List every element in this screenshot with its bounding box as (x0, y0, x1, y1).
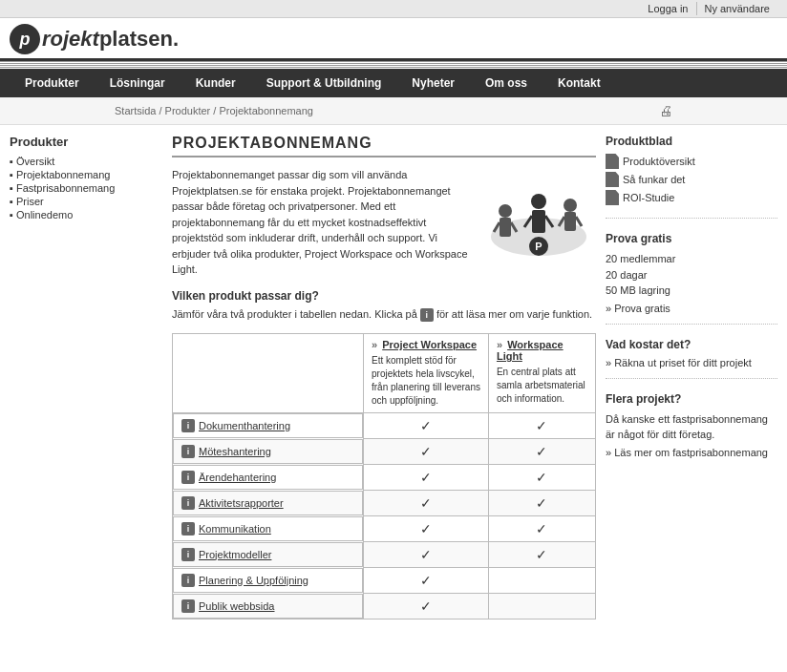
feature-pw-cell: ✓ (364, 542, 489, 568)
product1-link[interactable]: Project Workspace (382, 339, 477, 350)
info-icon[interactable]: i (181, 599, 195, 613)
doc-icon-1 (606, 154, 619, 169)
feature-wl-cell: ✓ (488, 439, 595, 465)
feature-row: iPublik webbsida✓ (173, 594, 596, 620)
header: p rojektplatsen. (0, 18, 787, 61)
product1-desc: Ett komplett stöd för projektets hela li… (372, 354, 480, 408)
nav-om-oss[interactable]: Om oss (470, 69, 542, 97)
feature-link[interactable]: Publik webbsida (199, 600, 275, 612)
produktblad-title: Produktblad (606, 135, 777, 148)
feature-link[interactable]: Dokumenthantering (199, 420, 290, 431)
feature-pw-cell: ✓ (364, 594, 489, 620)
feature-wl-cell (488, 594, 595, 620)
feature-link[interactable]: Kommunikation (199, 523, 271, 535)
sidebar-item-fastprisabonnemang[interactable]: Fastprisabonnemang (10, 181, 153, 195)
product1-header: » Project Workspace Ett komplett stöd fö… (364, 334, 489, 413)
produktblad-item-2: Så funkar det (606, 172, 777, 187)
nav-losningar[interactable]: Lösningar (95, 69, 181, 97)
main-nav: Produkter Lösningar Kunder Support & Utb… (0, 69, 787, 97)
sidebar-nav: Översikt Projektabonnemang Fastprisabonn… (10, 155, 153, 221)
product2-header: » Workspace Light En central plats att s… (488, 334, 595, 413)
svg-line-8 (576, 217, 582, 226)
feature-row: iDokumenthantering✓✓ (173, 413, 596, 439)
intro-paragraph: Projektabonnemanget passar dig som vill … (172, 167, 472, 278)
feature-link[interactable]: Planering & Uppföljning (199, 575, 308, 586)
feature-name-cell: iMöteshantering (173, 439, 363, 464)
feature-pw-cell: ✓ (364, 465, 489, 491)
nav-kunder[interactable]: Kunder (181, 69, 251, 97)
feature-wl-cell: ✓ (488, 491, 595, 516)
feature-name-cell: iDokumenthantering (173, 413, 363, 438)
info-icon[interactable]: i (181, 548, 195, 561)
feature-wl-cell: ✓ (488, 516, 595, 542)
produktblad-item-3: ROI-Studie (606, 190, 777, 205)
prova-gratis-link[interactable]: » Prova gratis (606, 303, 777, 314)
sidebar-item-onlinedemo[interactable]: Onlinedemo (10, 208, 153, 221)
info-icon[interactable]: i (181, 574, 195, 587)
svg-point-1 (499, 204, 512, 218)
produktoversikt-link[interactable]: Produktöversikt (623, 156, 695, 167)
feature-name-cell: iPublik webbsida (173, 594, 363, 619)
section-desc: Jämför våra två produkter i tabellen ned… (172, 306, 596, 323)
feature-pw-cell: ✓ (364, 491, 489, 516)
sa-funkar-det-link[interactable]: Så funkar det (623, 174, 685, 185)
svg-point-5 (564, 199, 577, 212)
feature-pw-cell: ✓ (364, 413, 489, 439)
nav-kontakt[interactable]: Kontakt (542, 69, 616, 97)
feature-pw-cell: ✓ (364, 439, 489, 465)
login-link[interactable]: Logga in (640, 2, 695, 15)
sidebar-title: Produkter (10, 135, 153, 149)
info-icon[interactable]: i (181, 471, 195, 484)
rakna-ut-priset-link[interactable]: » Räkna ut priset för ditt projekt (606, 357, 777, 368)
feature-link[interactable]: Ärendehantering (199, 472, 276, 483)
fastprisabonnemang-link[interactable]: » Läs mer om fastprisabonnemang (606, 447, 777, 458)
prova-gratis-detail-2: 20 dagar (606, 267, 777, 284)
logo-circle: p (10, 24, 40, 54)
feature-wl-cell: ✓ (488, 542, 595, 568)
vad-kostar-box: Vad kostar det? » Räkna ut priset för di… (606, 338, 777, 379)
sidebar-item-oversikt[interactable]: Översikt (10, 155, 153, 168)
info-icon[interactable]: i (181, 496, 195, 510)
intro-text: Projektabonnemanget passar dig som vill … (172, 167, 472, 278)
nav-support[interactable]: Support & Utbildning (251, 69, 397, 97)
new-user-link[interactable]: Ny användare (696, 2, 778, 15)
feature-link[interactable]: Projektmodeller (199, 549, 271, 560)
svg-point-9 (531, 194, 546, 209)
intro-block: Projektabonnemanget passar dig som vill … (172, 167, 596, 278)
feature-link[interactable]: Möteshantering (199, 446, 271, 457)
produktblad-item-1: Produktöversikt (606, 154, 777, 169)
right-sidebar: Produktblad Produktöversikt Så funkar de… (606, 135, 777, 620)
comparison-table: » Project Workspace Ett komplett stöd fö… (172, 333, 596, 620)
info-icon[interactable]: i (181, 419, 195, 432)
feature-row: iProjektmodeller✓✓ (173, 542, 596, 568)
sidebar-item-priser[interactable]: Priser (10, 195, 153, 208)
product2-link[interactable]: Workspace Light (497, 339, 564, 362)
feature-name-cell: iAktivitetsrapporter (173, 491, 363, 515)
sidebar-item-projektabonnemang[interactable]: Projektabonnemang (10, 168, 153, 181)
info-icon[interactable]: i (181, 445, 195, 458)
roi-studie-link[interactable]: ROI-Studie (623, 192, 674, 203)
feature-link[interactable]: Aktivitetsrapporter (199, 497, 284, 509)
feature-row: iKommunikation✓✓ (173, 516, 596, 542)
feature-row: iÄrendehantering✓✓ (173, 465, 596, 491)
svg-text:P: P (535, 241, 542, 252)
vad-kostar-title: Vad kostar det? (606, 338, 777, 351)
doc-icon-2 (606, 172, 619, 187)
section-heading: Vilken produkt passar dig? (172, 289, 596, 303)
feature-row: iPlanering & Uppföljning✓ (173, 568, 596, 594)
feature-row: iAktivitetsrapporter✓✓ (173, 491, 596, 516)
feature-name-cell: iPlanering & Uppföljning (173, 568, 363, 593)
nav-produkter[interactable]: Produkter (10, 69, 95, 97)
print-icon[interactable]: 🖨 (659, 103, 672, 118)
info-icon[interactable]: i (181, 522, 195, 536)
nav-nyheter[interactable]: Nyheter (396, 69, 470, 97)
feature-name-cell: iKommunikation (173, 516, 363, 541)
breadcrumb: Startsida / Produkter / Projektabonneman… (115, 105, 313, 116)
feature-name-cell: iÄrendehantering (173, 465, 363, 490)
feature-row: iMöteshantering✓✓ (173, 439, 596, 465)
prova-gratis-detail-3: 50 MB lagring (606, 283, 777, 299)
feature-wl-cell: ✓ (488, 413, 595, 439)
doc-icon-3 (606, 190, 619, 205)
produktblad-box: Produktblad Produktöversikt Så funkar de… (606, 135, 777, 219)
intro-image: P (481, 167, 596, 278)
